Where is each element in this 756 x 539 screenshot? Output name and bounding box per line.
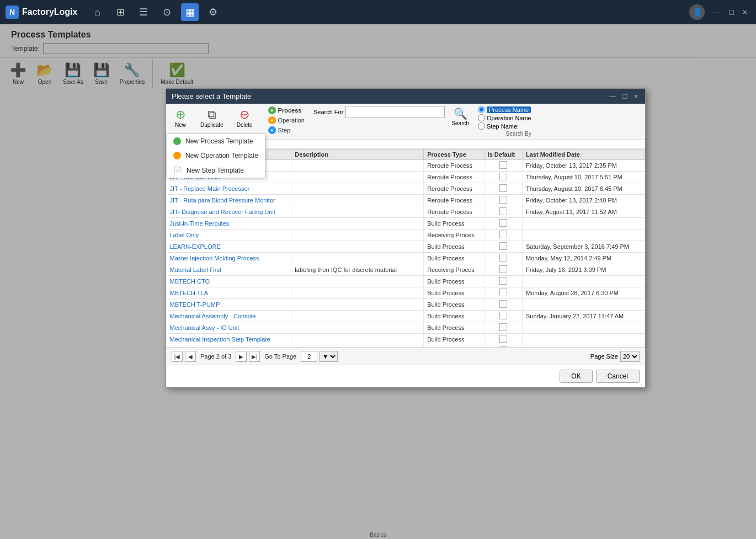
go-to-input[interactable] <box>301 351 317 362</box>
dialog-restore[interactable]: □ <box>621 92 629 100</box>
row-is-default-checkbox[interactable] <box>499 323 507 331</box>
filter-operation[interactable]: ● Operation <box>266 116 307 125</box>
dialog-new-button[interactable]: ⊕ New <box>169 106 191 130</box>
row-date: Sunday, January 22, 2017 11:47 AM <box>523 311 645 322</box>
row-is-default-checkbox[interactable] <box>499 231 507 238</box>
row-description <box>291 299 424 311</box>
table-row[interactable]: LEARN-EXPLOREBuild ProcessSaturday, Sept… <box>167 241 645 253</box>
filter-step[interactable]: ● Step <box>266 126 307 135</box>
cancel-button[interactable]: Cancel <box>596 370 640 383</box>
row-name[interactable]: MBTECH T-PUMP <box>167 299 291 311</box>
nav-table-icon[interactable]: ▦ <box>181 3 199 21</box>
page-size-select[interactable]: 20 <box>620 351 640 362</box>
nav-grid-icon[interactable]: ⊞ <box>111 3 129 21</box>
row-description <box>291 206 424 218</box>
row-name[interactable]: MBTECH TLA <box>167 287 291 299</box>
table-container[interactable]: Description Process Type Is Default Last… <box>166 149 645 348</box>
row-is-default-checkbox[interactable] <box>499 254 507 262</box>
radio-process-name[interactable]: Process Name <box>478 106 531 113</box>
row-name[interactable]: JIT- Diagnose and Recover Failing Unit <box>167 206 291 218</box>
row-name[interactable]: Mechanische Montage - Konsole <box>167 345 291 348</box>
new-step-template-item[interactable]: 📄 New Step Template <box>167 163 265 178</box>
row-is-default-checkbox[interactable] <box>499 196 507 204</box>
table-row[interactable]: Mechanical Assembly - ConsoleBuild Proce… <box>167 311 645 322</box>
nav-list-icon[interactable]: ☰ <box>135 3 152 21</box>
table-row[interactable]: MBTECH T-PUMPBuild Process <box>167 299 645 311</box>
row-date <box>523 218 645 230</box>
nav-cloud-icon[interactable]: ⊙ <box>158 3 175 21</box>
restore-button[interactable]: □ <box>726 7 737 18</box>
row-name[interactable]: Mechanical Assembly - Console <box>167 311 291 322</box>
radio-step-name[interactable]: Step Name: <box>478 122 531 130</box>
row-is-default-checkbox[interactable] <box>499 207 507 215</box>
row-is-default-checkbox[interactable] <box>499 300 507 308</box>
app-logo[interactable]: N FactoryLogix <box>6 6 77 19</box>
table-row[interactable]: Mechanical Inspection Step TemplateBuild… <box>167 334 645 345</box>
row-process-type: Build Process <box>424 287 484 299</box>
new-operation-template-item[interactable]: New Operation Template <box>167 148 265 163</box>
row-is-default-checkbox[interactable] <box>499 346 507 348</box>
row-is-default-checkbox[interactable] <box>499 335 507 343</box>
dialog-duplicate-button[interactable]: ⧉ Duplicate <box>196 106 228 130</box>
table-row[interactable]: JIT - Replace Main ProcessorReroute Proc… <box>167 183 645 195</box>
row-is-default-checkbox[interactable] <box>499 219 507 227</box>
search-button[interactable]: 🔍 Search <box>449 106 471 127</box>
row-is-default-checkbox[interactable] <box>499 242 507 250</box>
row-is-default <box>484 276 522 287</box>
row-name[interactable]: JIT - Replace Main Processor <box>167 183 291 195</box>
row-is-default-checkbox[interactable] <box>499 173 507 180</box>
table-row[interactable]: Mechanische Montage - KonsoleDeutsche Ve… <box>167 345 645 348</box>
minimize-button[interactable]: — <box>709 7 723 18</box>
row-is-default-checkbox[interactable] <box>499 265 507 273</box>
table-row[interactable]: MBTECH TLABuild ProcessMonday, August 28… <box>167 287 645 299</box>
radio-operation-name[interactable]: Operation Name <box>478 114 531 121</box>
dialog-delete-button[interactable]: ⊖ Delete <box>232 106 257 130</box>
filter-process[interactable]: ● Process <box>266 106 307 115</box>
table-row[interactable]: Master Injection Molding ProcessBuild Pr… <box>167 253 645 264</box>
ok-button[interactable]: OK <box>560 370 592 383</box>
dialog-minimize[interactable]: — <box>608 92 618 100</box>
user-icon[interactable]: 👤 <box>689 4 705 20</box>
row-is-default-checkbox[interactable] <box>499 277 507 285</box>
row-is-default <box>484 218 522 230</box>
next-page-button[interactable]: ▶ <box>236 351 247 362</box>
row-name[interactable]: LEARN-EXPLORE <box>167 241 291 253</box>
table-row[interactable]: MBTECH CTOBuild Process <box>167 276 645 287</box>
table-row[interactable]: JIT- Diagnose and Recover Failing UnitRe… <box>167 206 645 218</box>
row-is-default <box>484 183 522 195</box>
row-name[interactable]: JIT - Ruta para Blood Pressure Monitor <box>167 195 291 206</box>
row-is-default-checkbox[interactable] <box>499 161 507 169</box>
row-description <box>291 195 424 206</box>
dialog-close[interactable]: × <box>632 92 640 100</box>
table-row[interactable]: JIT - Ruta para Blood Pressure MonitorRe… <box>167 195 645 206</box>
row-is-default-checkbox[interactable] <box>499 289 507 296</box>
row-is-default <box>484 195 522 206</box>
row-name[interactable]: Label Only <box>167 230 291 241</box>
row-date <box>523 334 645 345</box>
row-is-default-checkbox[interactable] <box>499 184 507 192</box>
search-for-section: Search For <box>313 106 445 118</box>
row-name[interactable]: Mechanical Inspection Step Template <box>167 334 291 345</box>
last-page-button[interactable]: ▶| <box>249 351 260 362</box>
row-name[interactable]: Just-in-Time Reroutes <box>167 218 291 230</box>
page-dropdown[interactable]: ▼ <box>320 351 338 362</box>
row-name[interactable]: Master Injection Molding Process <box>167 253 291 264</box>
table-row[interactable]: Material Label Firstlabeling then IQC fo… <box>167 264 645 276</box>
new-process-template-item[interactable]: New Process Template <box>167 134 265 148</box>
row-name[interactable]: MBTECH CTO <box>167 276 291 287</box>
search-for-label: Search For <box>313 109 343 115</box>
search-input[interactable] <box>345 106 445 118</box>
table-row[interactable]: Mechanical Assy - IO UnitBuild Process <box>167 322 645 334</box>
nav-home-icon[interactable]: ⌂ <box>88 3 106 21</box>
table-row[interactable]: Label OnlyReceiving Proces <box>167 230 645 241</box>
close-button[interactable]: × <box>739 7 750 18</box>
row-name[interactable]: Material Label First <box>167 264 291 276</box>
first-page-button[interactable]: |◀ <box>172 351 183 362</box>
prev-page-button[interactable]: ◀ <box>185 351 196 362</box>
row-process-type: Receiving Proces <box>424 230 484 241</box>
page-size-label: Page Size <box>590 353 618 360</box>
table-row[interactable]: Just-in-Time ReroutesBuild Process <box>167 218 645 230</box>
row-is-default-checkbox[interactable] <box>499 312 507 319</box>
row-name[interactable]: Mechanical Assy - IO Unit <box>167 322 291 334</box>
nav-settings-icon[interactable]: ⚙ <box>204 3 222 21</box>
